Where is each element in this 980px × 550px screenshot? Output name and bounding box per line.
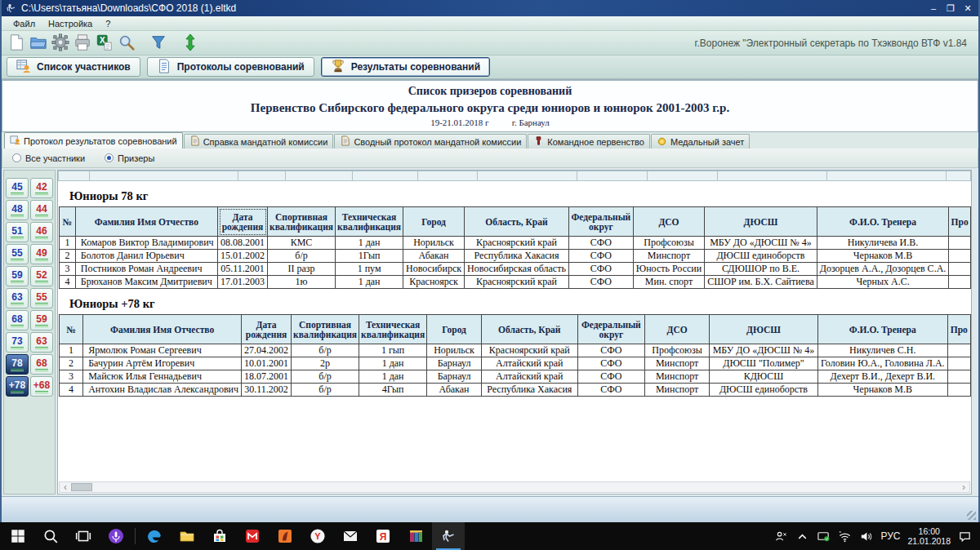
weight-button-55[interactable]: 55 [30, 288, 53, 308]
scroll-left-arrow[interactable]: ‹ [60, 483, 71, 492]
close-button[interactable]: ✕ [960, 2, 975, 14]
resize-grip[interactable] [967, 511, 976, 520]
filter-bar: Все участники Призеры [2, 149, 978, 168]
column-header: Техническая квалификация [336, 207, 403, 237]
weight-button-+68[interactable]: +68 [30, 376, 53, 397]
start-icon[interactable] [2, 522, 34, 550]
weight-button-42[interactable]: 42 [30, 178, 53, 198]
taekwondo-app-icon[interactable] [432, 522, 465, 550]
scroll-right-arrow[interactable]: › [958, 483, 969, 492]
scroll-thumb[interactable] [71, 483, 92, 491]
window-titlebar[interactable]: C:\Users\татьяна\Downloads\СФО 2018 (1).… [2, 0, 978, 16]
refresh-arrows-icon[interactable] [179, 32, 201, 53]
green-underline-icon [35, 215, 48, 217]
table-cell: Новосибирская область [465, 263, 569, 276]
weight-label: 55 [36, 292, 47, 302]
subtab-медальный-зачет[interactable]: Медальный зачет [651, 134, 750, 149]
store-icon[interactable] [203, 522, 236, 550]
table-cell: СШОР им. Б.Х. Сайтиева [705, 276, 817, 289]
weight-button-51[interactable]: 51 [6, 222, 29, 242]
subtab-командное-первенство[interactable]: Командное первенство [528, 134, 650, 149]
strip-cell [238, 171, 285, 181]
weight-button-46[interactable]: 46 [30, 222, 53, 242]
tab-протоколы-соревнований[interactable]: Протоколы соревнований [147, 57, 314, 77]
yandex-browser-icon[interactable]: Y [301, 522, 334, 550]
table-cell: 2 [60, 250, 76, 263]
people-icon[interactable] [774, 530, 788, 543]
weight-button-49[interactable]: 49 [30, 244, 53, 264]
weight-button-63[interactable]: 63 [30, 332, 53, 353]
tab-список-участников[interactable]: Список участников [7, 57, 140, 77]
table-cell: ДЮСШ "Полимер" [709, 357, 817, 370]
weight-label: 46 [36, 226, 47, 236]
open-folder-icon[interactable] [27, 32, 49, 53]
weight-button-68[interactable]: 68 [6, 310, 29, 330]
radio-prize-winners[interactable]: Призеры [105, 153, 154, 163]
clock-time: 16:00 [919, 526, 940, 536]
menu-file[interactable]: Файл [7, 18, 42, 29]
menu-help[interactable]: ? [99, 18, 117, 29]
weight-button-45[interactable]: 45 [6, 178, 29, 198]
weight-button-55[interactable]: 55 [6, 244, 29, 264]
table-cell: 1 дан [336, 237, 403, 250]
horizontal-scrollbar[interactable]: ‹ › [59, 481, 970, 493]
table-cell: Черных А.С. [817, 276, 949, 289]
subtab-справка-мандатной-комиссии[interactable]: Справка мандатной комиссии [184, 134, 334, 149]
wifi-icon[interactable]: * [838, 530, 852, 543]
cortana-icon[interactable] [100, 522, 132, 550]
results-panel: Юниоры 78 кг№Фамилия Имя ОтчествоДата ро… [57, 170, 972, 495]
mail-ru-icon[interactable] [236, 522, 269, 550]
clock[interactable]: 16:00 21.01.2018 [907, 526, 951, 546]
edge-icon[interactable] [138, 522, 171, 550]
menu-settings[interactable]: Настройка [42, 18, 99, 29]
weight-button-48[interactable]: 48 [6, 200, 29, 220]
tab-результаты-соревнований[interactable]: Результаты соревнований [321, 57, 490, 77]
minimize-button[interactable]: – [926, 2, 941, 14]
table-cell: МБУ ДО «ДЮСШ № 4» [709, 344, 817, 357]
taskbar-search-icon[interactable] [34, 522, 67, 550]
tray-chevron-up-icon[interactable] [795, 530, 809, 543]
weight-button-52[interactable]: 52 [30, 266, 53, 286]
weight-button-59[interactable]: 59 [30, 310, 53, 330]
weight-label: 78 [11, 358, 22, 368]
language-indicator[interactable]: РУС [880, 530, 900, 542]
weight-button-63[interactable]: 63 [6, 288, 29, 308]
subtab-сводный-протокол-мандатной-комиссии[interactable]: Сводный протокол мандатной комиссии [334, 134, 527, 149]
excel-export-icon[interactable]: X [93, 32, 115, 53]
printer-icon[interactable] [71, 32, 93, 53]
weight-button-59[interactable]: 59 [6, 266, 29, 286]
search-icon[interactable] [115, 32, 137, 53]
yandex-icon[interactable]: Я [367, 522, 399, 550]
restore-button[interactable]: ❐ [943, 2, 958, 14]
weight-button-44[interactable]: 44 [30, 200, 53, 220]
winrar-icon[interactable] [399, 522, 432, 550]
task-view-icon[interactable] [67, 522, 100, 550]
security-status-icon[interactable] [817, 530, 831, 543]
weight-button-68[interactable]: 68 [30, 354, 53, 375]
weight-button-78[interactable]: 78 [6, 354, 29, 375]
table-cell: СФО [577, 344, 645, 357]
mail-icon[interactable] [334, 522, 367, 550]
radio-all-participants[interactable]: Все участники [12, 153, 85, 163]
green-underline-icon [11, 325, 24, 327]
filter-icon[interactable] [147, 32, 169, 53]
settings-gear-icon[interactable] [49, 32, 71, 53]
weight-label: 48 [11, 204, 22, 214]
system-tray: * РУС 16:00 21.01.2018 [774, 526, 978, 546]
weight-button-+78[interactable]: +78 [6, 376, 29, 397]
green-underline-icon [35, 347, 48, 349]
new-document-icon[interactable] [5, 32, 27, 53]
table-cell: СФО [568, 237, 633, 250]
action-center-icon[interactable] [958, 530, 972, 543]
subtab-протокол-результатов-соревнований[interactable]: Протокол результатов соревнований [4, 132, 183, 149]
table-cell: СФО [577, 357, 645, 370]
orange-app-icon[interactable] [269, 522, 301, 550]
weight-button-73[interactable]: 73 [6, 332, 29, 353]
table-cell: Красноярск [403, 276, 465, 289]
strip-cell [827, 171, 947, 181]
weight-label: +78 [9, 380, 25, 390]
subtab-label: Протокол результатов соревнований [24, 136, 177, 146]
volume-icon[interactable] [859, 530, 873, 543]
file-explorer-icon[interactable] [171, 522, 203, 550]
column-header: ДЮСШ [705, 207, 817, 237]
